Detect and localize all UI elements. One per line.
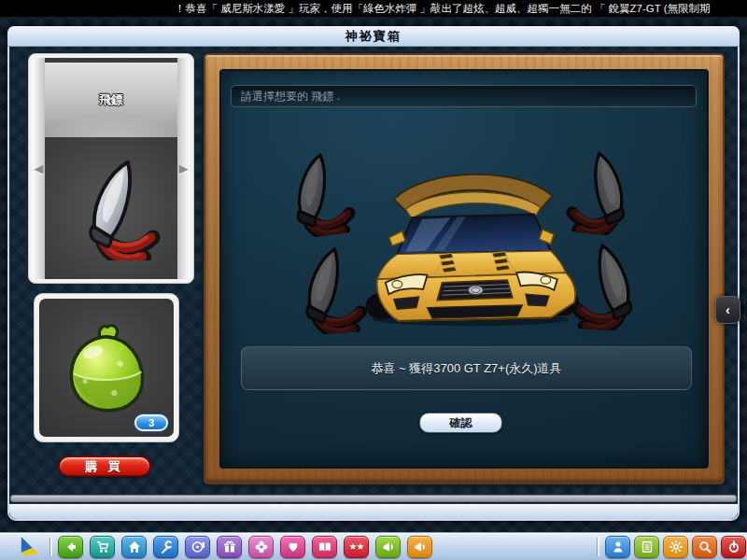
- item-count-badge: 3: [134, 414, 168, 431]
- green-water-bomb-icon: [58, 319, 155, 416]
- game-screen: ！恭喜「 威尼斯水漾愛 」玩家，使用「綠色水炸彈 」敲出了超炫、超威、超獨一無二…: [0, 0, 747, 560]
- taskbar-separator-right: [598, 538, 599, 556]
- megaphone-icon: [381, 539, 396, 554]
- item-preview-display: [45, 137, 177, 279]
- carousel-next-button[interactable]: ▶: [179, 161, 189, 175]
- shop-button[interactable]: [90, 536, 115, 558]
- taskbar: ★★: [0, 532, 747, 560]
- pinwheel-icon: [254, 539, 269, 554]
- event-button[interactable]: [407, 536, 432, 558]
- settings-wrench-button[interactable]: [153, 536, 178, 558]
- list-icon: [640, 539, 655, 554]
- back-button[interactable]: [58, 536, 83, 558]
- heart-icon: [286, 539, 301, 554]
- dart-select-dropdown[interactable]: 請選擇想要的 飛鏢 .: [231, 85, 697, 107]
- back-arrow-icon: [63, 539, 78, 554]
- stars-icon: ★★: [349, 542, 364, 552]
- buy-button[interactable]: 購 買: [58, 455, 151, 477]
- confirm-button[interactable]: 確認: [419, 413, 502, 433]
- shop-item-panel[interactable]: 3: [34, 293, 179, 442]
- panel-collapse-handle[interactable]: ‹: [715, 296, 740, 324]
- person-icon: [611, 539, 626, 554]
- notice-button[interactable]: [375, 536, 401, 558]
- gear-icon: [669, 539, 684, 554]
- pinwheel-button[interactable]: [248, 536, 274, 558]
- game-logo-icon: [13, 536, 43, 558]
- carousel-center: 飛鏢: [45, 58, 177, 279]
- quest-list-button[interactable]: [634, 536, 659, 558]
- shopping-cart-icon: [95, 539, 110, 554]
- gift-icon: [222, 539, 237, 554]
- carousel-left-rail: ◀: [33, 58, 45, 279]
- result-message-panel: 恭喜 ~ 獲得3700 GT Z7+(永久)道具: [241, 346, 692, 390]
- disc-icon: [190, 539, 205, 554]
- manual-button[interactable]: [312, 536, 337, 558]
- window-titlebar: 神祕寶箱: [7, 26, 740, 47]
- profile-button[interactable]: [605, 536, 630, 558]
- exit-button[interactable]: [721, 536, 746, 558]
- result-message: 恭喜 ~ 獲得3700 GT Z7+(永久)道具: [371, 361, 561, 375]
- item-preview-panel: ◀ 飛鏢 ▶: [28, 53, 194, 284]
- announcement-text: ！恭喜「 威尼斯水漾愛 」玩家，使用「綠色水炸彈 」敲出了超炫、超威、超獨一無二…: [175, 3, 711, 14]
- home-button[interactable]: [121, 536, 147, 558]
- dart-item-image: [59, 156, 163, 260]
- megaphone-icon: [413, 539, 428, 554]
- window-bottom-divider: [10, 495, 737, 502]
- item-category-label: 飛鏢: [99, 91, 123, 108]
- window-title: 神祕寶箱: [345, 29, 402, 43]
- carousel-right-rail: ▶: [177, 58, 190, 279]
- taskbar-separator-left: [50, 538, 52, 556]
- search-icon: [698, 539, 712, 554]
- shop-item-slot: 3: [39, 299, 174, 437]
- heart-button[interactable]: [280, 536, 305, 558]
- power-icon: [726, 539, 741, 554]
- item-category-header: 飛鏢: [45, 63, 177, 137]
- options-button[interactable]: [663, 536, 688, 558]
- search-button[interactable]: [692, 536, 717, 558]
- item-count: 3: [148, 417, 154, 428]
- window-footer: [9, 504, 738, 519]
- wrench-icon: [159, 539, 174, 554]
- ranking-button[interactable]: ★★: [344, 536, 369, 558]
- gold-car-image: [345, 154, 596, 329]
- announcement-bar: ！恭喜「 威尼斯水漾愛 」玩家，使用「綠色水炸彈 」敲出了超炫、超威、超獨一無二…: [0, 0, 747, 17]
- home-icon: [127, 539, 142, 554]
- gift-button[interactable]: [217, 536, 242, 558]
- records-button[interactable]: [185, 536, 210, 558]
- book-icon: [317, 539, 332, 554]
- carousel-prev-button[interactable]: ◀: [35, 161, 44, 175]
